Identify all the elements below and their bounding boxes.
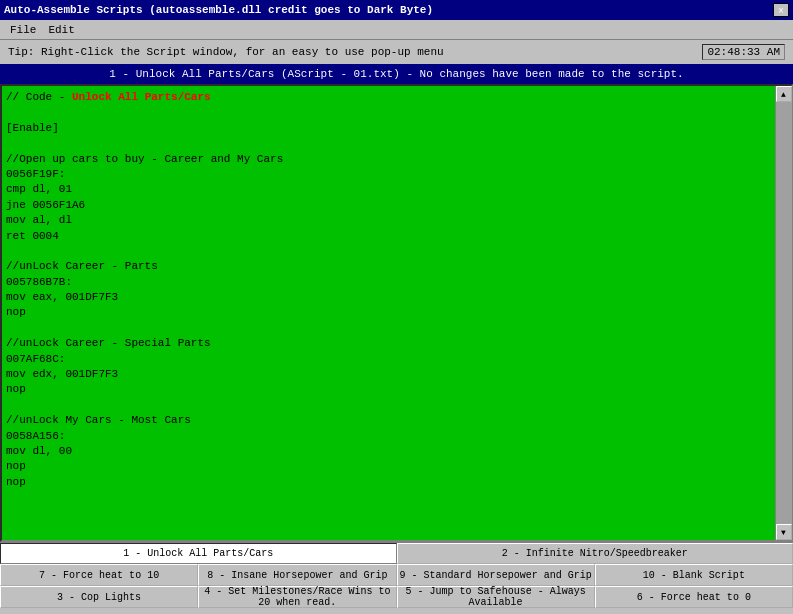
tab-tabs-row2-1[interactable]: 8 - Insane Horsepower and Grip <box>198 564 396 586</box>
scroll-track <box>776 102 792 524</box>
menu-bar: File Edit <box>0 20 793 40</box>
menu-edit[interactable]: Edit <box>42 23 80 37</box>
tabs-row1: 1 - Unlock All Parts/Cars2 - Infinite Ni… <box>0 542 793 564</box>
tip-text: Tip: Right-Click the Script window, for … <box>8 46 444 58</box>
script-editor-container: // Code - Unlock All Parts/Cars [Enable]… <box>0 84 793 542</box>
tip-bar: Tip: Right-Click the Script window, for … <box>0 40 793 64</box>
tabs-row3: 3 - Cop Lights4 - Set Milestones/Race Wi… <box>0 586 793 608</box>
tab-tabs-row1-1[interactable]: 2 - Infinite Nitro/Speedbreaker <box>397 543 794 564</box>
close-button[interactable]: × <box>773 3 789 17</box>
script-title-bar: 1 - Unlock All Parts/Cars (AScript - 01.… <box>0 64 793 84</box>
tab-tabs-row3-3[interactable]: 6 - Force heat to 0 <box>595 586 793 608</box>
menu-file[interactable]: File <box>4 23 42 37</box>
scroll-down-button[interactable]: ▼ <box>776 524 792 540</box>
tab-tabs-row2-3[interactable]: 10 - Blank Script <box>595 564 793 586</box>
scroll-up-button[interactable]: ▲ <box>776 86 792 102</box>
tab-tabs-row2-2[interactable]: 9 - Standard Horsepower and Grip <box>397 564 595 586</box>
title-bar: Auto-Assemble Scripts (autoassemble.dll … <box>0 0 793 20</box>
script-scrollbar: ▲ ▼ <box>775 86 791 540</box>
tab-tabs-row2-0[interactable]: 7 - Force heat to 10 <box>0 564 198 586</box>
clock-display: 02:48:33 AM <box>702 44 785 60</box>
tab-tabs-row3-0[interactable]: 3 - Cop Lights <box>0 586 198 608</box>
tab-tabs-row3-1[interactable]: 4 - Set Milestones/Race Wins to 20 when … <box>198 586 396 608</box>
tabs-row2: 7 - Force heat to 108 - Insane Horsepowe… <box>0 564 793 586</box>
tab-tabs-row3-2[interactable]: 5 - Jump to Safehouse - Always Available <box>397 586 595 608</box>
script-title-text: 1 - Unlock All Parts/Cars (AScript - 01.… <box>109 68 683 80</box>
title-bar-text: Auto-Assemble Scripts (autoassemble.dll … <box>4 4 433 16</box>
tab-tabs-row1-0[interactable]: 1 - Unlock All Parts/Cars <box>0 543 397 564</box>
script-content[interactable]: // Code - Unlock All Parts/Cars [Enable]… <box>2 86 775 540</box>
